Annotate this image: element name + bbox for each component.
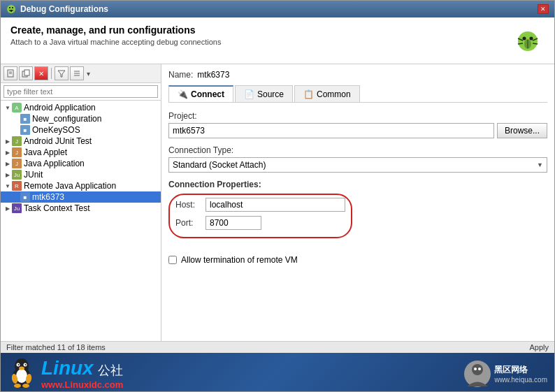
config-icon-2: ■ xyxy=(20,125,30,135)
tab-source[interactable]: 📄 Source xyxy=(235,85,293,102)
heiqua-logo-icon xyxy=(463,360,491,388)
toggle-applet[interactable]: ▶ xyxy=(3,150,12,156)
tree-label-junit: JUnit xyxy=(24,170,43,180)
svg-line-13 xyxy=(533,43,538,44)
tab-connect[interactable]: 🔌 Connect xyxy=(168,85,233,102)
svg-point-6 xyxy=(523,37,526,41)
debug-configurations-window: Debug Configurations ✕ Create, manage, a… xyxy=(0,0,555,392)
tree-item-remote-java[interactable]: ▼ R Remote Java Application xyxy=(1,180,161,191)
toggle-junit[interactable]: ▶ xyxy=(3,138,12,145)
port-label: Port: xyxy=(175,218,200,228)
tree-item-mtk6373[interactable]: ■ mtk6373 xyxy=(1,191,161,203)
project-input[interactable] xyxy=(168,123,494,138)
sidebar-toolbar: ✕ ▾ xyxy=(1,64,161,83)
svg-point-7 xyxy=(530,37,533,41)
main-area: ✕ ▾ ▼ A Android Application xyxy=(1,64,554,341)
project-section: Project: Browse... xyxy=(168,111,547,138)
tab-bar: 🔌 Connect 📄 Source 📋 Common xyxy=(168,85,547,103)
debug-icon xyxy=(6,4,16,14)
svg-point-25 xyxy=(16,369,27,383)
port-input[interactable] xyxy=(206,216,261,230)
config-icon-1: ■ xyxy=(20,114,30,124)
common-tab-label: Common xyxy=(317,89,351,99)
header-title: Create, manage, and run configurations xyxy=(10,24,221,36)
java-applet-icon: J xyxy=(12,147,22,157)
ju-icon: Ju xyxy=(12,170,22,180)
tab-common[interactable]: 📋 Common xyxy=(294,85,360,102)
svg-point-0 xyxy=(7,5,15,13)
toggle-android[interactable]: ▼ xyxy=(3,105,12,111)
collapse-button[interactable] xyxy=(70,66,84,80)
connection-type-value: Standard (Socket Attach) xyxy=(173,160,266,170)
tree-label-android: Android Application xyxy=(24,103,96,112)
toggle-remote[interactable]: ▼ xyxy=(3,183,12,189)
apply-text: Apply xyxy=(529,343,549,351)
name-label: Name: xyxy=(168,70,193,80)
tree-item-java-application[interactable]: ▶ J Java Application xyxy=(1,158,161,169)
tree-item-junit[interactable]: ▶ Ju JUnit xyxy=(1,169,161,180)
connect-tab-label: Connect xyxy=(191,89,224,99)
linux-url: www.Linuxidc.com xyxy=(41,379,123,390)
sidebar: ✕ ▾ ▼ A Android Application xyxy=(1,64,161,341)
close-button[interactable]: ✕ xyxy=(538,4,549,14)
tree-label-android-junit: Android JUnit Test xyxy=(24,136,92,146)
tree-label-onekeysos: OneKeySOS xyxy=(32,125,80,135)
junit-icon: J xyxy=(12,136,22,146)
heiqua-name: 黑区网络 xyxy=(494,364,547,376)
svg-point-34 xyxy=(22,384,29,388)
toggle-java-app[interactable]: ▶ xyxy=(3,161,12,167)
toolbar-separator xyxy=(51,68,52,79)
svg-line-12 xyxy=(518,43,523,44)
project-label: Project: xyxy=(168,111,547,121)
tree-item-task-context[interactable]: ▶ Ju Task Context Test xyxy=(1,203,161,214)
tree-label-new-config: New_configuration xyxy=(32,114,101,124)
oval-highlight: Host: Port: xyxy=(168,194,352,238)
allow-termination-checkbox[interactable] xyxy=(168,256,177,264)
dropdown-arrow-icon: ▼ xyxy=(537,161,543,168)
project-input-row: Browse... xyxy=(168,123,547,138)
svg-point-2 xyxy=(12,7,13,8)
title-bar: Debug Configurations ✕ xyxy=(1,1,554,17)
name-row: Name: mtk6373 xyxy=(168,70,547,80)
host-input[interactable] xyxy=(206,198,345,212)
connect-tab-icon: 🔌 xyxy=(178,89,188,99)
name-value: mtk6373 xyxy=(197,70,229,80)
remote-icon: R xyxy=(12,181,22,191)
bug-icon xyxy=(511,24,545,58)
filter-button[interactable] xyxy=(55,66,69,80)
content-area: Name: mtk6373 🔌 Connect 📄 Source 📋 Commo… xyxy=(161,64,554,341)
android-icon: A xyxy=(12,103,22,112)
svg-marker-19 xyxy=(58,71,65,77)
linux-logo: Linux 公社 www.Linuxidc.com xyxy=(8,357,123,390)
duplicate-config-button[interactable] xyxy=(19,66,33,80)
task-icon: Ju xyxy=(12,203,22,213)
header-text: Create, manage, and run configurations A… xyxy=(10,24,221,46)
dropdown-arrow[interactable]: ▾ xyxy=(87,70,90,78)
tree-item-java-applet[interactable]: ▶ J Java Applet xyxy=(1,147,161,158)
tree-item-android-application[interactable]: ▼ A Android Application xyxy=(1,102,161,113)
linux-word: Linux xyxy=(41,357,94,379)
tree-item-new-configuration[interactable]: ■ New_configuration xyxy=(1,113,161,124)
toggle-task[interactable]: ▶ xyxy=(3,205,12,212)
browse-button[interactable]: Browse... xyxy=(497,123,547,138)
svg-point-1 xyxy=(9,7,10,8)
svg-point-38 xyxy=(478,368,481,370)
filter-box xyxy=(1,83,161,101)
host-row: Host: xyxy=(175,198,345,212)
tree-label-java-application: Java Application xyxy=(24,159,85,168)
conn-props-label: Connection Properties: xyxy=(168,180,547,189)
mtk-icon: ■ xyxy=(20,192,30,202)
tree-item-onekeysos[interactable]: ■ OneKeySOS xyxy=(1,124,161,136)
heiqua-area: 黑区网络 www.heiqua.com xyxy=(463,360,547,388)
svg-rect-18 xyxy=(24,70,29,75)
java-app-icon: J xyxy=(12,159,22,168)
svg-point-30 xyxy=(19,366,24,370)
new-config-button[interactable] xyxy=(3,66,17,80)
filter-input[interactable] xyxy=(3,85,158,98)
tree-item-android-junit[interactable]: ▶ J Android JUnit Test xyxy=(1,136,161,147)
watermark-area: Linux 公社 www.Linuxidc.com 黑区网络 www.heiqu… xyxy=(1,353,554,391)
connection-type-dropdown[interactable]: Standard (Socket Attach) ▼ xyxy=(168,157,547,173)
source-tab-icon: 📄 xyxy=(244,89,254,99)
delete-config-button[interactable]: ✕ xyxy=(34,66,48,80)
toggle-ju[interactable]: ▶ xyxy=(3,172,12,178)
